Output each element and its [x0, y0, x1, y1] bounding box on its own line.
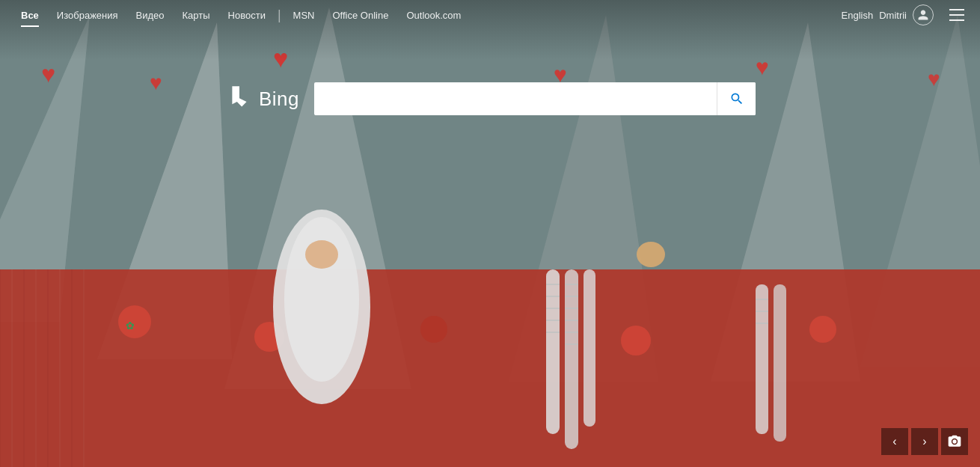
search-button[interactable] [717, 82, 756, 115]
search-box [314, 82, 756, 115]
hamburger-line-1 [949, 9, 964, 10]
nav-right: English Dmitrii [842, 4, 968, 26]
nav-link-outlook[interactable]: Outlook.com [397, 7, 470, 24]
next-image-button[interactable]: › [911, 428, 938, 455]
nav-link-news[interactable]: Новости [219, 7, 275, 24]
nav-link-video[interactable]: Видео [127, 7, 174, 24]
nav-link-msn[interactable]: MSN [284, 7, 324, 24]
camera-button[interactable] [941, 428, 968, 455]
language-selector[interactable]: English [842, 10, 874, 21]
prev-icon: ‹ [892, 435, 896, 448]
nav-divider: | [275, 7, 284, 23]
nav-links: Все Изображения Видео Карты Новости | MS… [12, 7, 842, 24]
search-section: Bing [224, 82, 756, 115]
user-icon [917, 9, 929, 21]
bottom-controls: ‹ › [881, 428, 968, 455]
user-name-label: Dmitrii [879, 10, 907, 21]
nav-link-all[interactable]: Все [12, 7, 48, 24]
nav-link-images[interactable]: Изображения [48, 7, 127, 24]
scene-svg: ♥ ♥ ♥ ♥ ♥ ♥ [0, 0, 980, 467]
hamburger-menu-button[interactable] [946, 4, 968, 26]
search-input[interactable] [314, 82, 717, 115]
hero-image: ♥ ♥ ♥ ♥ ♥ ♥ [0, 0, 980, 467]
navbar: Все Изображения Видео Карты Новости | MS… [0, 0, 980, 30]
nav-link-maps[interactable]: Карты [174, 7, 219, 24]
search-icon [729, 91, 744, 106]
hamburger-line-2 [949, 14, 964, 16]
next-icon: › [922, 435, 926, 448]
nav-link-office[interactable]: Office Online [324, 7, 398, 24]
prev-image-button[interactable]: ‹ [881, 428, 908, 455]
bing-logo-text: Bing [259, 88, 299, 111]
bing-logo[interactable]: Bing [224, 84, 299, 114]
hamburger-line-3 [949, 19, 964, 21]
camera-icon [947, 434, 962, 449]
bing-logo-icon [224, 84, 254, 114]
user-avatar[interactable] [913, 4, 934, 25]
svg-rect-53 [0, 0, 980, 467]
